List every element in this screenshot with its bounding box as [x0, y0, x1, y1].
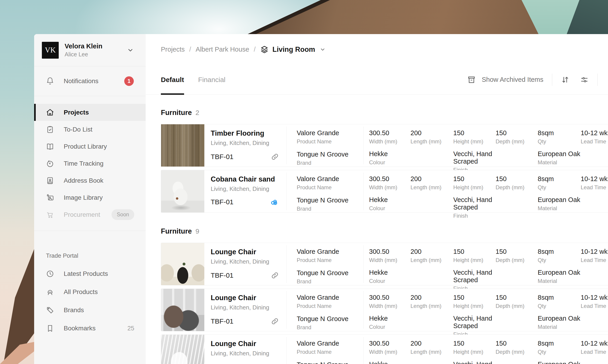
- product-brand-block: Valore Grande Product Name Tongue N Groo…: [287, 335, 363, 364]
- section-count: 9: [195, 227, 199, 235]
- sidebar-item-label: Procurement: [64, 211, 100, 218]
- current-room-label: Living Room: [272, 45, 315, 54]
- sidebar-item-product-library[interactable]: Product Library: [34, 138, 146, 155]
- product-title: Lounge Chair: [211, 294, 279, 302]
- product-rooms: Living, Kitchen, Dining: [211, 140, 279, 146]
- soon-badge: Soon: [111, 209, 134, 220]
- app-window: VK Velora Klein Alice Lee Notifications …: [34, 34, 608, 364]
- show-archived-button[interactable]: Show Archived Items: [467, 76, 543, 84]
- product-image[interactable]: [161, 124, 204, 167]
- link-icon[interactable]: [271, 153, 279, 161]
- sidebar-item-label: Image Library: [64, 194, 103, 201]
- product-row[interactable]: Lounge Chair Living, Kitchen, Dining TBF…: [161, 288, 608, 331]
- show-archived-label: Show Archived Items: [482, 76, 543, 83]
- tab-default[interactable]: Default: [161, 65, 184, 94]
- sidebar-item-projects[interactable]: Projects: [34, 104, 146, 121]
- main-panel: Projects / Albert Park House / Living Ro…: [146, 34, 608, 364]
- sort-icon[interactable]: [561, 76, 569, 84]
- product-name-label: Product Name: [297, 303, 363, 309]
- filter-sliders-icon[interactable]: [580, 76, 589, 84]
- sidebar-item-image-library[interactable]: Image Library: [34, 189, 146, 206]
- product-name-block: Timber Flooring Living, Kitchen, Dining …: [204, 124, 287, 167]
- product-name-field: Valore Grande Product Name: [297, 294, 363, 309]
- sidebar-item-notifications[interactable]: Notifications 1: [34, 66, 146, 96]
- spec-lead-time: 10-12 wksLead Time: [581, 129, 608, 145]
- product-name-label: Product Name: [297, 138, 363, 145]
- product-name-block: Lounge Chair Living, Kitchen, Dining TBF…: [204, 243, 287, 285]
- product-rows: Timber Flooring Living, Kitchen, Dining …: [161, 124, 608, 213]
- brand-field: Tongue N Groove Brand: [297, 315, 363, 331]
- spec-qty: 8sqmQty: [538, 248, 581, 263]
- product-image[interactable]: [161, 289, 204, 331]
- room-selector[interactable]: Living Room: [260, 45, 326, 54]
- section-title-text: Furniture: [161, 227, 192, 235]
- product-image[interactable]: [161, 335, 204, 364]
- brand-label: Brand: [297, 324, 363, 331]
- product-title: Lounge Chair: [211, 248, 279, 256]
- tab-label: Default: [161, 76, 184, 84]
- furniture-section-2: Furniture 9 Lounge Chair Living, Kitchen…: [161, 227, 608, 364]
- product-row[interactable]: Lounge Chair Living, Kitchen, Dining TBF…: [161, 335, 608, 364]
- product-name-value: Valore Grande: [297, 175, 363, 183]
- main-nav: Projects To-Do List Product Library Time…: [34, 96, 146, 231]
- tag-icon: [46, 306, 54, 314]
- product-rows: Lounge Chair Living, Kitchen, Dining TBF…: [161, 243, 608, 364]
- sidebar-item-label: Address Book: [64, 177, 103, 184]
- breadcrumb-separator: /: [254, 46, 256, 53]
- profile-switcher[interactable]: VK Velora Klein Alice Lee: [34, 34, 146, 66]
- product-row[interactable]: Timber Flooring Living, Kitchen, Dining …: [161, 124, 608, 167]
- sidebar-item-latest-products[interactable]: Latest Products: [34, 265, 146, 283]
- chevron-down-icon: [320, 47, 326, 52]
- sidebar-item-bookmarks[interactable]: Bookmarks 25: [34, 319, 146, 338]
- product-code: TBF-01: [211, 153, 234, 161]
- cart-icon: [46, 211, 54, 219]
- product-name-value: Valore Grande: [297, 340, 363, 347]
- section-title-text: Furniture: [161, 109, 192, 117]
- sidebar-item-all-products[interactable]: All Products: [34, 283, 146, 301]
- product-name-value: Valore Grande: [297, 129, 363, 137]
- spec-width: 300.50Width (mm): [369, 175, 411, 191]
- bookmarks-count: 25: [127, 325, 134, 332]
- product-name-field: Valore Grande Product Name: [297, 340, 363, 355]
- sidebar-item-label: Brands: [64, 307, 84, 314]
- breadcrumb-project-name[interactable]: Albert Park House: [196, 46, 249, 53]
- spec-finish: Vecchi, Hand ScrapedFinish: [453, 150, 496, 173]
- product-row[interactable]: Lounge Chair Living, Kitchen, Dining TBF…: [161, 243, 608, 285]
- timer-icon: [46, 159, 54, 168]
- tab-financial[interactable]: Financial: [198, 65, 225, 94]
- home-icon: [46, 108, 54, 117]
- brand-label: Brand: [297, 278, 363, 285]
- brand-field: Tongue N Groove Brand: [297, 196, 363, 212]
- link-icon[interactable]: [271, 271, 279, 280]
- sidebar-item-time-tracking[interactable]: Time Tracking: [34, 155, 146, 172]
- spec-colour: HekkeColour: [369, 150, 411, 173]
- sidebar-item-todo-list[interactable]: To-Do List: [34, 121, 146, 138]
- product-image[interactable]: [161, 170, 204, 212]
- sidebar: VK Velora Klein Alice Lee Notifications …: [34, 34, 146, 364]
- sidebar-item-brands[interactable]: Brands: [34, 301, 146, 319]
- sidebar-item-label: Product Library: [64, 143, 107, 150]
- product-specs: 300.50Width (mm) 200Length (mm) 150Heigh…: [364, 170, 608, 212]
- product-image[interactable]: [161, 243, 204, 285]
- sidebar-item-address-book[interactable]: Address Book: [34, 172, 146, 189]
- brand-value: Tongue N Groove: [297, 151, 363, 158]
- spec-length: 200Length (mm): [411, 340, 453, 355]
- product-row[interactable]: Cobana Chair sand Living, Kitchen, Dinin…: [161, 170, 608, 213]
- link-icon[interactable]: [271, 317, 279, 325]
- breadcrumb-projects[interactable]: Projects: [161, 46, 185, 53]
- tab-bar: Default Financial Show Archived Items: [146, 65, 608, 95]
- avatar: VK: [42, 42, 59, 59]
- sidebar-item-label: Time Tracking: [64, 160, 104, 167]
- chevron-down-icon[interactable]: [127, 47, 134, 54]
- spec-height: 150Height (mm): [453, 129, 496, 145]
- product-rooms: Living, Kitchen, Dining: [211, 350, 279, 357]
- product-code: TBF-01: [211, 198, 234, 206]
- spec-material: European OakMaterial: [538, 361, 581, 364]
- product-name-block: Lounge Chair Living, Kitchen, Dining TBF…: [204, 289, 287, 331]
- brand-field: Tongue N Groove Brand: [297, 269, 363, 285]
- product-code-line: TBF-01: [211, 153, 279, 161]
- brand-label: Brand: [297, 206, 363, 212]
- link-add-icon[interactable]: [269, 197, 279, 207]
- link-icon[interactable]: [271, 363, 279, 364]
- spec-qty: 8sqmQty: [538, 129, 581, 145]
